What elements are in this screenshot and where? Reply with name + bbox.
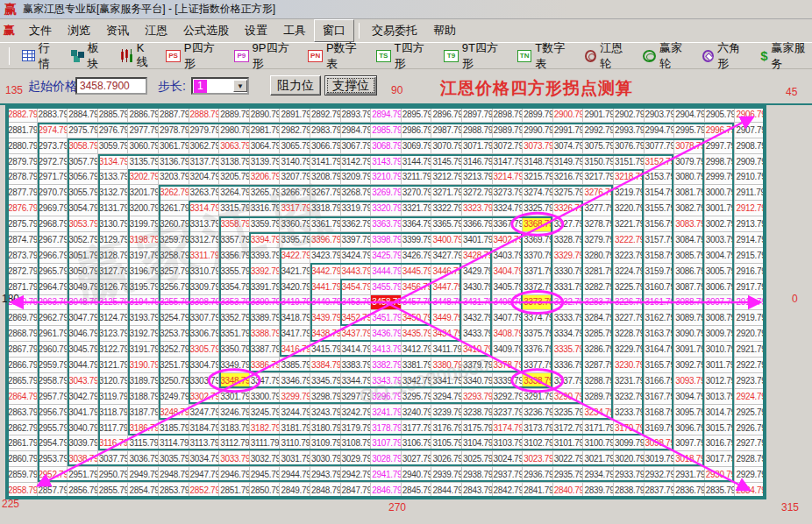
grid-cell[interactable]: 3283.7900: [583, 295, 613, 310]
grid-cell[interactable]: 2919.7900: [735, 310, 765, 325]
grid-cell[interactable]: 3140.7900: [280, 154, 310, 169]
grid-cell[interactable]: 3263.7900: [189, 185, 219, 200]
grid-cell[interactable]: 3042.7900: [68, 389, 97, 404]
grid-cell[interactable]: 3300.7900: [250, 389, 280, 404]
grid-cell[interactable]: 3097.7900: [674, 435, 704, 450]
grid-cell[interactable]: 3057.7900: [68, 154, 97, 169]
grid-cell[interactable]: 3051.7900: [68, 248, 97, 263]
grid-cell[interactable]: 3358.7900: [219, 216, 249, 231]
grid-cell[interactable]: 3359.7900: [250, 216, 280, 231]
grid-cell[interactable]: 2912.7900: [735, 201, 765, 216]
grid-cell[interactable]: 3332.7900: [553, 295, 583, 310]
grid-cell[interactable]: 3093.7900: [674, 373, 704, 388]
grid-cell[interactable]: 2847.7900: [341, 483, 371, 498]
grid-cell[interactable]: 3259.7900: [159, 232, 189, 247]
grid-cell[interactable]: 2995.7900: [674, 123, 704, 138]
grid-cell[interactable]: 3303.7900: [189, 373, 219, 388]
grid-cell[interactable]: 3191.7900: [128, 342, 158, 357]
grid-cell[interactable]: 3327.7900: [553, 216, 583, 231]
grid-cell[interactable]: 2857.7900: [38, 483, 68, 498]
grid-cell[interactable]: 2920.7900: [735, 326, 765, 341]
toolbar-item-11[interactable]: 六角形: [702, 40, 748, 72]
toolbar-item-3[interactable]: PSP四方形: [166, 40, 222, 72]
grid-cell[interactable]: 3409.7900: [493, 342, 523, 357]
grid-cell[interactable]: 3190.7900: [128, 358, 158, 372]
grid-cell[interactable]: 3380.7900: [431, 358, 461, 372]
grid-cell[interactable]: 3324.7900: [493, 201, 523, 216]
grid-cell[interactable]: 3214.7900: [493, 170, 523, 185]
grid-cell[interactable]: 3325.7900: [523, 201, 552, 216]
grid-cell[interactable]: 3305.7900: [189, 342, 219, 357]
grid-cell[interactable]: 3381.7900: [402, 358, 431, 372]
grid-cell[interactable]: 3069.7900: [402, 138, 431, 153]
grid-cell[interactable]: 2894.7900: [371, 107, 401, 122]
grid-cell[interactable]: 2883.7900: [38, 107, 68, 122]
grid-cell[interactable]: 3422.7900: [280, 248, 310, 263]
grid-cell[interactable]: 2861.7900: [7, 435, 37, 450]
grid-cell[interactable]: 3200.7900: [128, 201, 158, 216]
grid-cell[interactable]: 2922.7900: [735, 358, 765, 372]
menu-item-9[interactable]: 帮助: [425, 20, 464, 41]
grid-cell[interactable]: 3117.7900: [98, 421, 128, 435]
grid-cell[interactable]: 3108.7900: [341, 435, 371, 450]
grid-cell[interactable]: 3450.7900: [402, 310, 431, 325]
grid-cell[interactable]: 3228.7900: [614, 326, 644, 341]
grid-cell[interactable]: 3221.7900: [614, 216, 644, 231]
grid-cell[interactable]: 3249.7900: [159, 389, 189, 404]
grid-cell[interactable]: 3195.7900: [128, 280, 158, 294]
grid-cell[interactable]: 3075.7900: [583, 138, 613, 153]
grid-cell[interactable]: 2873.7900: [7, 248, 37, 263]
grid-cell[interactable]: 3374.7900: [523, 310, 552, 325]
grid-cell[interactable]: 2930.7900: [705, 467, 735, 482]
grid-cell[interactable]: 2978.7900: [159, 123, 189, 138]
grid-cell[interactable]: 3129.7900: [98, 232, 128, 247]
grid-cell[interactable]: 3068.7900: [371, 138, 401, 153]
grid-cell[interactable]: 2952.7900: [38, 467, 68, 482]
grid-cell[interactable]: 3390.7900: [250, 295, 280, 310]
grid-cell[interactable]: 3431.7900: [462, 295, 492, 310]
step-select[interactable]: 1 ▼: [191, 77, 249, 95]
grid-cell[interactable]: 3185.7900: [159, 421, 189, 435]
toolbar-item-7[interactable]: T99T四方形: [444, 40, 505, 72]
toolbar-item-5[interactable]: PNP数字表: [308, 40, 364, 72]
grid-cell[interactable]: 3219.7900: [614, 185, 644, 200]
grid-cell[interactable]: 3410.7900: [462, 342, 492, 357]
grid-cell[interactable]: 2851.7900: [219, 483, 249, 498]
grid-cell[interactable]: 3241.7900: [371, 405, 401, 420]
grid-cell[interactable]: 3270.7900: [402, 185, 431, 200]
grid-cell[interactable]: 3428.7900: [462, 248, 492, 263]
grid-cell[interactable]: 3027.7900: [402, 451, 431, 466]
grid-cell[interactable]: 3101.7900: [553, 435, 583, 450]
grid-cell[interactable]: 2964.7900: [38, 280, 68, 294]
grid-cell[interactable]: 3194.7900: [128, 295, 158, 310]
grid-cell[interactable]: 3408.7900: [493, 326, 523, 341]
grid-cell[interactable]: 2944.7900: [280, 467, 310, 482]
grid-cell[interactable]: 2876.7900: [7, 201, 37, 216]
grid-cell[interactable]: 3113.7900: [189, 435, 219, 450]
grid-cell[interactable]: 3018.7900: [674, 451, 704, 466]
grid-cell[interactable]: 3096.7900: [674, 421, 704, 435]
grid-cell[interactable]: 3237.7900: [493, 405, 523, 420]
grid-cell[interactable]: 3274.7900: [523, 185, 552, 200]
grid-cell[interactable]: 3037.7900: [98, 451, 128, 466]
grid-cell[interactable]: 3356.7900: [219, 248, 249, 263]
grid-cell[interactable]: 3184.7900: [189, 421, 219, 435]
grid-cell[interactable]: 3365.7900: [431, 216, 461, 231]
grid-cell[interactable]: 2990.7900: [523, 123, 552, 138]
grid-cell[interactable]: 3254.7900: [159, 310, 189, 325]
grid-cell[interactable]: 3180.7900: [310, 421, 340, 435]
grid-cell[interactable]: 3290.7900: [553, 389, 583, 404]
grid-cell[interactable]: 2913.7900: [735, 216, 765, 231]
grid-cell[interactable]: 3323.7900: [462, 201, 492, 216]
grid-cell[interactable]: 3198.7900: [128, 232, 158, 247]
grid-cell[interactable]: 2837.7900: [645, 483, 674, 498]
grid-cell[interactable]: 3371.7900: [523, 264, 552, 279]
grid-cell[interactable]: 3405.7900: [493, 280, 523, 294]
grid-cell[interactable]: 3139.7900: [250, 154, 280, 169]
grid-cell[interactable]: 3134.7900: [98, 154, 128, 169]
grid-cell[interactable]: 3026.7900: [431, 451, 461, 466]
grid-cell[interactable]: 3049.7900: [68, 280, 97, 294]
grid-cell[interactable]: 2963.7900: [38, 295, 68, 310]
grid-cell[interactable]: 3331.7900: [553, 280, 583, 294]
grid-cell[interactable]: 3059.7900: [98, 138, 128, 153]
